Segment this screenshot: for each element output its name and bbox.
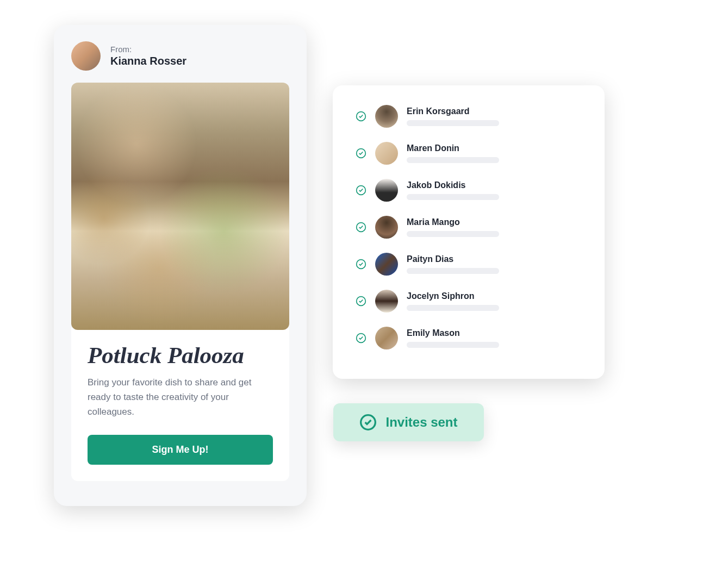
check-circle-icon	[356, 259, 366, 270]
check-circle-icon	[356, 148, 366, 159]
event-content: Potluck Palooza Bring your favorite dish…	[71, 328, 289, 481]
invitee-row: Paityn Dias	[356, 253, 582, 276]
invitee-details: Erin Korsgaard	[407, 107, 582, 126]
invitee-name: Emily Mason	[407, 328, 582, 338]
invitee-detail-placeholder	[407, 194, 499, 200]
sender-avatar	[71, 41, 101, 71]
event-description: Bring your favorite dish to share and ge…	[88, 375, 273, 420]
invitee-avatar	[375, 327, 398, 349]
event-title: Potluck Palooza	[88, 342, 273, 369]
invitee-avatar	[375, 216, 398, 239]
invitee-name: Jocelyn Siphron	[407, 291, 582, 301]
invitation-card: From: Kianna Rosser Potluck Palooza Brin…	[54, 25, 307, 506]
invitee-avatar	[375, 179, 398, 202]
from-section: From: Kianna Rosser	[71, 41, 289, 71]
sender-name: Kianna Rosser	[110, 55, 186, 67]
invitee-name: Erin Korsgaard	[407, 107, 582, 116]
invitee-avatar	[375, 253, 398, 276]
invites-sent-label: Invites sent	[385, 415, 457, 430]
invitee-row: Jocelyn Siphron	[356, 290, 582, 313]
invitee-row: Jakob Dokidis	[356, 179, 582, 202]
invitee-avatar	[375, 142, 398, 165]
invitee-row: Maria Mango	[356, 216, 582, 239]
from-text: From: Kianna Rosser	[110, 45, 186, 67]
invitee-details: Jocelyn Siphron	[407, 291, 582, 311]
invitee-detail-placeholder	[407, 342, 499, 348]
invitee-detail-placeholder	[407, 305, 499, 311]
invitee-details: Paityn Dias	[407, 254, 582, 274]
invitee-avatar	[375, 105, 398, 128]
check-circle-icon	[356, 296, 366, 307]
invitee-row: Emily Mason	[356, 327, 582, 349]
from-label: From:	[110, 45, 186, 54]
invitee-details: Jakob Dokidis	[407, 180, 582, 200]
invitee-name: Maren Donin	[407, 143, 582, 153]
invitee-detail-placeholder	[407, 157, 499, 163]
check-circle-icon	[356, 185, 366, 196]
invitee-list: Erin Korsgaard Maren Donin	[356, 105, 582, 349]
invitee-row: Erin Korsgaard	[356, 105, 582, 128]
invitee-detail-placeholder	[407, 231, 499, 237]
invitee-details: Maria Mango	[407, 217, 582, 237]
invitee-detail-placeholder	[407, 120, 499, 126]
invitee-details: Maren Donin	[407, 143, 582, 163]
check-circle-icon	[356, 111, 366, 122]
invitee-row: Maren Donin	[356, 142, 582, 165]
check-circle-icon	[356, 333, 366, 344]
invitee-name: Paityn Dias	[407, 254, 582, 264]
check-circle-icon	[356, 222, 366, 233]
invitee-list-card: Erin Korsgaard Maren Donin	[333, 85, 605, 379]
invitee-detail-placeholder	[407, 268, 499, 274]
signup-button[interactable]: Sign Me Up!	[88, 435, 273, 465]
invitee-avatar	[375, 290, 398, 313]
invites-sent-badge: Invites sent	[333, 403, 484, 441]
invitee-details: Emily Mason	[407, 328, 582, 348]
invitee-name: Jakob Dokidis	[407, 180, 582, 190]
check-circle-icon	[359, 414, 377, 431]
event-hero-image	[71, 83, 289, 330]
invitee-name: Maria Mango	[407, 217, 582, 227]
